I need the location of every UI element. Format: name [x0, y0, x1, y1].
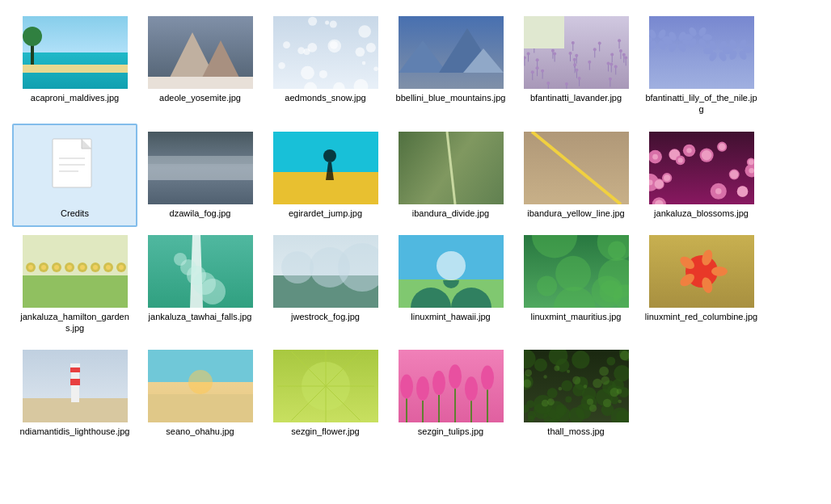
thumbnail-sezgin_flower — [273, 350, 378, 422]
file-label-bfantinatti_lavander: bfantinatti_lavander.jpg — [530, 92, 622, 103]
thumbnail-linuxmint_mauritius — [524, 235, 629, 308]
thumbnail-ibandura_divide — [399, 132, 504, 204]
file-item-ibandura_divide[interactable]: ibandura_divide.jpg — [388, 124, 513, 227]
file-item-thall_moss[interactable]: thall_moss.jpg — [513, 342, 639, 445]
thumbnail-ndiamantidis_lighthouse — [23, 350, 128, 422]
file-label-jankaluza_tawhai_falls: jankaluza_tawhai_falls.jpg — [149, 311, 252, 322]
file-grid: acaproni_maldives.jpgadeole_yosemite.jpg… — [0, 0, 831, 454]
thumbnail-seano_ohahu — [148, 350, 253, 422]
file-item-adeole_yosemite[interactable]: adeole_yosemite.jpg — [137, 8, 263, 124]
file-label-sezgin_flower: sezgin_flower.jpg — [291, 426, 359, 437]
file-label-egirardet_jump: egirardet_jump.jpg — [289, 208, 362, 219]
file-label-ibandura_divide: ibandura_divide.jpg — [412, 208, 489, 219]
file-label-aedmonds_snow: aedmonds_snow.jpg — [285, 92, 365, 103]
thumbnail-dzawila_fog — [148, 132, 253, 204]
thumbnail-acaproni_maldives — [23, 16, 128, 89]
file-item-sezgin_flower[interactable]: sezgin_flower.jpg — [263, 342, 388, 445]
thumbnail-sezgin_tulips — [399, 350, 504, 422]
thumbnail-linuxmint_hawaii — [399, 235, 504, 308]
file-label-jankaluza_hamilton_gardens: jankaluza_hamilton_gardens.jpg — [19, 311, 132, 334]
file-label-linuxmint_hawaii: linuxmint_hawaii.jpg — [411, 311, 490, 322]
file-label-credits: Credits — [61, 208, 89, 219]
file-item-ndiamantidis_lighthouse[interactable]: ndiamantidis_lighthouse.jpg — [12, 342, 137, 445]
file-item-ibandura_yellow_line[interactable]: ibandura_yellow_line.jpg — [513, 124, 639, 227]
file-item-credits[interactable]: Credits — [12, 124, 137, 227]
file-item-bfantinatti_lavander[interactable]: bfantinatti_lavander.jpg — [513, 8, 639, 124]
thumbnail-bfantinatti_lily_of_the_nile — [649, 16, 754, 89]
thumbnail-linuxmint_red_columbine — [649, 235, 754, 308]
file-label-acaproni_maldives: acaproni_maldives.jpg — [31, 92, 119, 103]
thumbnail-thall_moss — [524, 350, 629, 422]
file-item-linuxmint_red_columbine[interactable]: linuxmint_red_columbine.jpg — [639, 227, 764, 342]
file-item-bbellini_blue_mountains[interactable]: bbellini_blue_mountains.jpg — [388, 8, 513, 124]
file-label-ibandura_yellow_line: ibandura_yellow_line.jpg — [527, 208, 624, 219]
file-item-jwestrock_fog[interactable]: jwestrock_fog.jpg — [263, 227, 388, 342]
file-item-dzawila_fog[interactable]: dzawila_fog.jpg — [137, 124, 263, 227]
file-item-acaproni_maldives[interactable]: acaproni_maldives.jpg — [12, 8, 137, 124]
file-item-jankaluza_hamilton_gardens[interactable]: jankaluza_hamilton_gardens.jpg — [12, 227, 137, 342]
file-item-aedmonds_snow[interactable]: aedmonds_snow.jpg — [263, 8, 388, 124]
thumbnail-jankaluza_blossoms — [649, 132, 754, 204]
thumbnail-egirardet_jump — [273, 132, 378, 204]
file-label-linuxmint_red_columbine: linuxmint_red_columbine.jpg — [645, 311, 757, 322]
file-label-adeole_yosemite: adeole_yosemite.jpg — [159, 92, 241, 103]
thumbnail-ibandura_yellow_line — [524, 132, 629, 204]
thumbnail-jankaluza_tawhai_falls — [148, 235, 253, 308]
thumbnail-credits — [23, 132, 128, 204]
thumbnail-aedmonds_snow — [273, 16, 378, 89]
file-label-bbellini_blue_mountains: bbellini_blue_mountains.jpg — [396, 92, 506, 103]
file-item-jankaluza_tawhai_falls[interactable]: jankaluza_tawhai_falls.jpg — [137, 227, 263, 342]
thumbnail-jankaluza_hamilton_gardens — [23, 235, 128, 308]
file-label-ndiamantidis_lighthouse: ndiamantidis_lighthouse.jpg — [20, 426, 130, 437]
file-label-dzawila_fog: dzawila_fog.jpg — [170, 208, 231, 219]
file-item-linuxmint_mauritius[interactable]: linuxmint_mauritius.jpg — [513, 227, 639, 342]
file-item-linuxmint_hawaii[interactable]: linuxmint_hawaii.jpg — [388, 227, 513, 342]
file-item-egirardet_jump[interactable]: egirardet_jump.jpg — [263, 124, 388, 227]
file-label-bfantinatti_lily_of_the_nile: bfantinatti_lily_of_the_nile.jpg — [645, 92, 758, 116]
thumbnail-bbellini_blue_mountains — [399, 16, 504, 89]
file-item-seano_ohahu[interactable]: seano_ohahu.jpg — [137, 342, 263, 445]
file-label-jankaluza_blossoms: jankaluza_blossoms.jpg — [654, 208, 749, 219]
file-item-bfantinatti_lily_of_the_nile[interactable]: bfantinatti_lily_of_the_nile.jpg — [639, 8, 764, 124]
thumbnail-bfantinatti_lavander — [524, 16, 629, 89]
file-label-sezgin_tulips: sezgin_tulips.jpg — [418, 426, 483, 437]
file-label-thall_moss: thall_moss.jpg — [547, 426, 604, 437]
file-label-linuxmint_mauritius: linuxmint_mauritius.jpg — [531, 311, 622, 322]
thumbnail-jwestrock_fog — [273, 235, 378, 308]
file-label-seano_ohahu: seano_ohahu.jpg — [166, 426, 234, 437]
file-label-jwestrock_fog: jwestrock_fog.jpg — [291, 311, 360, 322]
file-item-jankaluza_blossoms[interactable]: jankaluza_blossoms.jpg — [639, 124, 764, 227]
thumbnail-adeole_yosemite — [148, 16, 253, 89]
file-item-sezgin_tulips[interactable]: sezgin_tulips.jpg — [388, 342, 513, 445]
